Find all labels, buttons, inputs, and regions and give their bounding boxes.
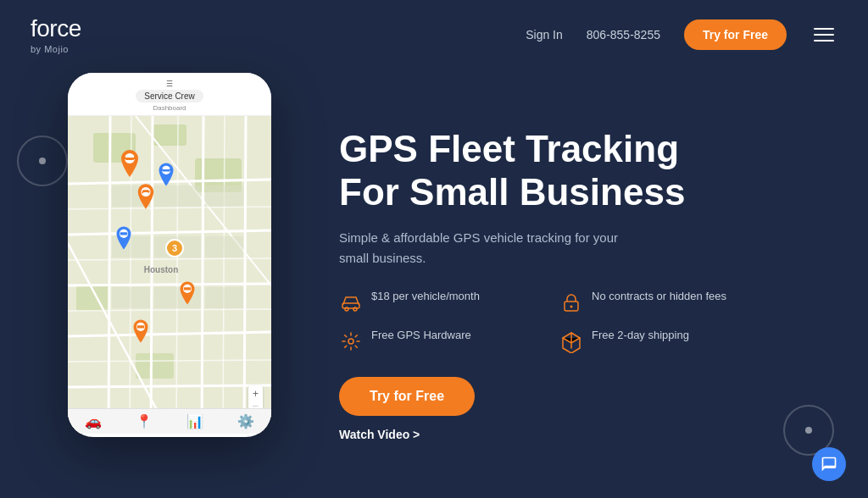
phone-service-crew-label: Service Crew xyxy=(136,90,203,102)
hero-subtitle: Simple & affordable GPS vehicle tracking… xyxy=(339,228,644,268)
nav-right: Sign In 806-855-8255 Try for Free xyxy=(526,19,837,50)
svg-rect-27 xyxy=(205,185,243,207)
phone-bottom-nav: 🚗 📍 📊 ⚙️ xyxy=(68,408,271,434)
svg-line-12 xyxy=(151,116,153,434)
svg-rect-44 xyxy=(137,325,144,328)
map-pin-3 xyxy=(136,184,156,213)
svg-line-11 xyxy=(108,116,110,434)
hamburger-line-2 xyxy=(814,34,834,36)
map-pin-6 xyxy=(131,319,150,346)
watch-video-button[interactable]: Watch Video > xyxy=(339,428,420,441)
svg-line-10 xyxy=(68,385,271,387)
svg-text:Houston: Houston xyxy=(144,265,179,274)
svg-point-47 xyxy=(353,307,357,311)
feature-contract-text: No contracts or hidden fees xyxy=(592,289,726,304)
hero-text: GPS Fleet Tracking For Small Business Si… xyxy=(339,128,746,440)
main-content: ☰ Service Crew Dashboard xyxy=(0,69,868,498)
svg-rect-42 xyxy=(184,287,191,290)
svg-rect-30 xyxy=(205,236,243,257)
hamburger-line-3 xyxy=(814,40,834,42)
cta-area: Try for Free Watch Video > xyxy=(339,377,746,441)
map-pin-1 xyxy=(119,150,141,180)
box-icon xyxy=(559,329,583,353)
feature-shipping: Free 2-day shipping xyxy=(559,328,746,353)
feature-price-text: $18 per vehicle/month xyxy=(371,289,480,304)
svg-rect-33 xyxy=(205,287,243,308)
hamburger-menu[interactable] xyxy=(810,25,837,45)
logo: force by Mojio xyxy=(31,15,81,54)
svg-rect-45 xyxy=(342,303,359,308)
logo-bymojio: by Mojio xyxy=(31,44,81,54)
hamburger-line-1 xyxy=(814,28,834,30)
svg-line-8 xyxy=(68,284,271,285)
try-for-free-main-button[interactable]: Try for Free xyxy=(339,377,475,416)
svg-rect-5 xyxy=(136,353,174,379)
try-for-free-header-button[interactable]: Try for Free xyxy=(684,19,787,50)
phone-menu-lines: ☰ xyxy=(166,80,173,88)
map-pin-4 xyxy=(114,226,133,253)
svg-line-13 xyxy=(202,116,203,434)
svg-point-46 xyxy=(345,307,348,311)
map-pin-number: 3 xyxy=(165,239,184,257)
feature-price: $18 per vehicle/month xyxy=(339,289,526,314)
phone-header: ☰ Service Crew Dashboard xyxy=(68,73,271,116)
features-grid: $18 per vehicle/month No contracts or hi… xyxy=(339,289,746,353)
hero-title: GPS Fleet Tracking For Small Business xyxy=(339,128,746,213)
phone-map: Houston xyxy=(68,116,271,434)
phone-dashboard-label: Dashboard xyxy=(153,104,186,112)
svg-rect-31 xyxy=(112,287,150,308)
signin-link[interactable]: Sign In xyxy=(526,28,563,42)
logo-force: force xyxy=(31,15,81,42)
chat-bubble-button[interactable] xyxy=(812,447,846,481)
map-pin-2 xyxy=(157,163,175,190)
svg-point-50 xyxy=(348,339,353,344)
header: force by Mojio Sign In 806-855-8255 Try … xyxy=(0,0,868,69)
svg-rect-37 xyxy=(163,169,170,172)
feature-hardware: Free GPS Hardware xyxy=(339,328,526,353)
svg-line-14 xyxy=(244,116,246,434)
gear-icon xyxy=(339,329,363,353)
phone-frame: ☰ Service Crew Dashboard xyxy=(68,73,271,437)
car-icon xyxy=(339,290,363,314)
feature-hardware-text: Free GPS Hardware xyxy=(371,328,471,343)
svg-rect-40 xyxy=(120,232,127,235)
phone-number: 806-855-8255 xyxy=(587,28,660,42)
lock-icon xyxy=(559,290,583,314)
map-pin-5 xyxy=(178,281,197,308)
feature-shipping-text: Free 2-day shipping xyxy=(592,328,689,343)
phone-mockup: ☰ Service Crew Dashboard xyxy=(51,73,288,479)
svg-point-49 xyxy=(570,305,573,307)
svg-rect-35 xyxy=(125,158,134,160)
feature-contract: No contracts or hidden fees xyxy=(559,289,746,314)
